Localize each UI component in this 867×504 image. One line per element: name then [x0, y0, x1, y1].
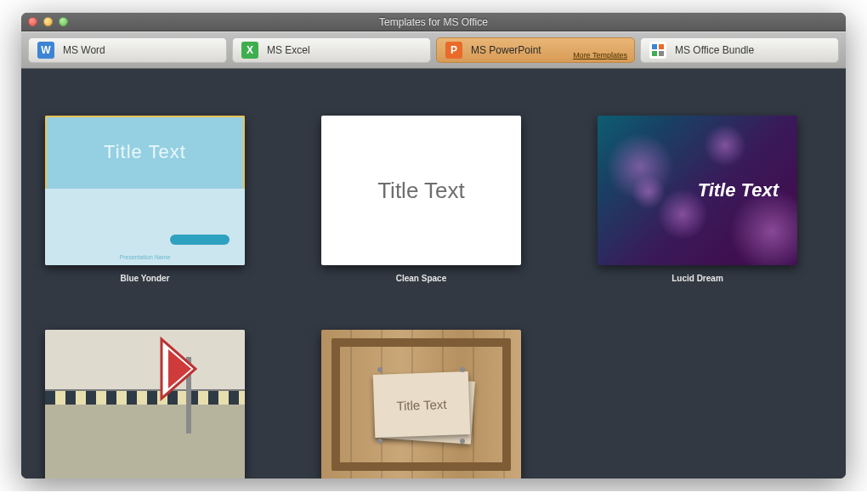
- slide-title-text: Title Text: [698, 179, 779, 201]
- template-name: Clean Space: [321, 274, 521, 283]
- close-button[interactable]: [28, 17, 37, 26]
- minimize-button[interactable]: [43, 17, 53, 26]
- template-card-lucid-dream[interactable]: Title Text Lucid Dream: [598, 116, 797, 283]
- template-card-blue-yonder[interactable]: Title Text Presentation Name Blue Yonder: [45, 116, 245, 283]
- slide-accent-pill: [170, 235, 230, 245]
- template-thumbnail: Title Text Presentation Name: [45, 116, 245, 265]
- excel-icon: X: [241, 42, 258, 59]
- template-name: Lucid Dream: [598, 274, 797, 283]
- tab-ms-office-bundle[interactable]: MS Office Bundle: [640, 37, 839, 63]
- slide-title-text: Title Text: [321, 116, 521, 265]
- slide-background: Title Text: [598, 116, 797, 265]
- slide-background: Title Text: [321, 330, 521, 479]
- slide-body-area: Presentation Name: [45, 189, 245, 265]
- svg-rect-0: [652, 44, 657, 49]
- slide-title-text: Title Text: [45, 116, 245, 189]
- app-window: Templates for MS Office W MS Word X MS E…: [21, 13, 846, 479]
- template-thumbnail: Title Text: [321, 330, 521, 479]
- svg-rect-3: [659, 51, 664, 56]
- template-thumbnail: Title Text: [598, 116, 797, 265]
- powerpoint-icon: P: [445, 42, 462, 59]
- tab-label: MS Word: [63, 44, 105, 56]
- titlebar: Templates for MS Office: [21, 13, 846, 31]
- tab-label: MS PowerPoint: [471, 44, 541, 56]
- traffic-lights: [28, 17, 68, 26]
- template-name: Blue Yonder: [45, 274, 245, 283]
- tab-label: MS Excel: [267, 44, 310, 56]
- chevron-right-icon: [153, 335, 221, 403]
- tab-ms-powerpoint[interactable]: P MS PowerPoint More Templates: [436, 37, 635, 63]
- template-card-wood-note[interactable]: Title Text: [321, 330, 521, 479]
- grid-row: Title Text: [45, 330, 822, 479]
- word-icon: W: [37, 42, 54, 59]
- window-title: Templates for MS Office: [21, 16, 846, 28]
- category-tabbar: W MS Word X MS Excel P MS PowerPoint Mor…: [21, 31, 846, 69]
- template-card-road[interactable]: [45, 330, 245, 479]
- template-grid: Title Text Presentation Name Blue Yonder…: [21, 69, 846, 479]
- template-thumbnail: [45, 330, 245, 479]
- svg-rect-2: [652, 51, 657, 56]
- tab-ms-excel[interactable]: X MS Excel: [232, 37, 431, 63]
- slide-footer-text: Presentation Name: [45, 254, 245, 260]
- template-thumbnail: Title Text: [321, 116, 521, 265]
- slide-title-text: Title Text: [372, 371, 470, 438]
- tab-ms-word[interactable]: W MS Word: [28, 37, 227, 63]
- tab-label: MS Office Bundle: [675, 44, 754, 56]
- bundle-icon: [649, 42, 666, 59]
- template-card-clean-space[interactable]: Title Text Clean Space: [321, 116, 521, 283]
- slide-background: [45, 330, 245, 479]
- grid-row: Title Text Presentation Name Blue Yonder…: [45, 116, 822, 283]
- more-templates-link[interactable]: More Templates: [573, 51, 627, 59]
- svg-rect-1: [659, 44, 664, 49]
- zoom-button[interactable]: [59, 17, 68, 26]
